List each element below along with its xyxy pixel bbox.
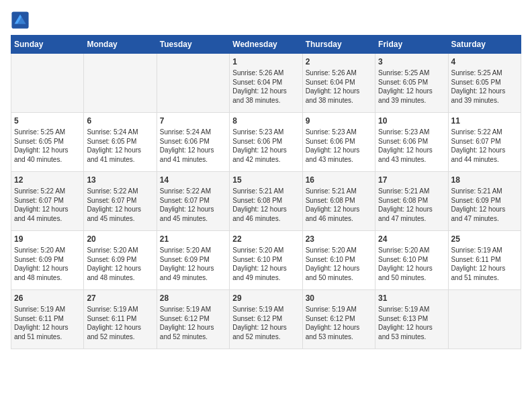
col-header-tuesday: Tuesday [157, 36, 229, 54]
day-number: 30 [306, 293, 372, 304]
logo [11, 11, 32, 30]
day-number: 19 [14, 234, 81, 244]
day-number: 3 [378, 56, 445, 67]
calendar-cell: 14Sunrise: 5:22 AM Sunset: 6:07 PM Dayli… [157, 172, 229, 231]
calendar-cell [157, 54, 229, 113]
logo-icon [11, 11, 30, 30]
day-number: 26 [14, 293, 81, 304]
day-info: Sunrise: 5:23 AM Sunset: 6:06 PM Dayligh… [378, 128, 445, 164]
calendar-cell [84, 54, 157, 113]
calendar-cell: 4Sunrise: 5:25 AM Sunset: 6:05 PM Daylig… [448, 54, 521, 113]
day-info: Sunrise: 5:20 AM Sunset: 6:09 PM Dayligh… [160, 246, 226, 282]
day-number: 13 [87, 175, 153, 185]
day-number: 14 [160, 175, 226, 185]
day-info: Sunrise: 5:20 AM Sunset: 6:10 PM Dayligh… [306, 246, 372, 282]
calendar-cell: 28Sunrise: 5:19 AM Sunset: 6:12 PM Dayli… [157, 290, 229, 349]
day-info: Sunrise: 5:25 AM Sunset: 6:05 PM Dayligh… [14, 128, 81, 164]
day-number: 27 [87, 293, 153, 304]
col-header-wednesday: Wednesday [230, 36, 302, 54]
day-number: 28 [160, 293, 226, 304]
day-info: Sunrise: 5:26 AM Sunset: 6:04 PM Dayligh… [306, 68, 372, 105]
week-row-3: 12Sunrise: 5:22 AM Sunset: 6:07 PM Dayli… [11, 172, 521, 231]
day-info: Sunrise: 5:25 AM Sunset: 6:05 PM Dayligh… [451, 68, 518, 105]
day-info: Sunrise: 5:24 AM Sunset: 6:06 PM Dayligh… [160, 128, 226, 164]
calendar-cell: 9Sunrise: 5:23 AM Sunset: 6:06 PM Daylig… [302, 113, 375, 172]
day-number: 10 [378, 116, 445, 126]
day-number: 20 [87, 234, 153, 244]
calendar-cell: 20Sunrise: 5:20 AM Sunset: 6:09 PM Dayli… [84, 231, 157, 290]
calendar-table: SundayMondayTuesdayWednesdayThursdayFrid… [11, 35, 521, 349]
day-number: 18 [451, 175, 518, 185]
day-number: 6 [87, 116, 153, 126]
day-number: 31 [378, 293, 445, 304]
calendar-cell: 24Sunrise: 5:20 AM Sunset: 6:10 PM Dayli… [375, 231, 448, 290]
calendar-cell: 25Sunrise: 5:19 AM Sunset: 6:11 PM Dayli… [448, 231, 521, 290]
calendar-cell [448, 290, 521, 349]
day-info: Sunrise: 5:21 AM Sunset: 6:08 PM Dayligh… [306, 187, 372, 223]
calendar-cell: 8Sunrise: 5:23 AM Sunset: 6:06 PM Daylig… [230, 113, 302, 172]
day-info: Sunrise: 5:25 AM Sunset: 6:05 PM Dayligh… [378, 68, 445, 105]
day-info: Sunrise: 5:19 AM Sunset: 6:11 PM Dayligh… [87, 305, 153, 341]
day-number: 22 [232, 234, 299, 244]
calendar-cell: 31Sunrise: 5:19 AM Sunset: 6:13 PM Dayli… [375, 290, 448, 349]
day-info: Sunrise: 5:22 AM Sunset: 6:07 PM Dayligh… [14, 187, 81, 223]
day-info: Sunrise: 5:20 AM Sunset: 6:09 PM Dayligh… [14, 246, 81, 282]
day-info: Sunrise: 5:19 AM Sunset: 6:11 PM Dayligh… [451, 246, 518, 282]
day-number: 15 [232, 175, 299, 185]
day-info: Sunrise: 5:21 AM Sunset: 6:08 PM Dayligh… [232, 187, 299, 223]
day-number: 12 [14, 175, 81, 185]
calendar-cell: 12Sunrise: 5:22 AM Sunset: 6:07 PM Dayli… [11, 172, 84, 231]
day-info: Sunrise: 5:20 AM Sunset: 6:10 PM Dayligh… [378, 246, 445, 282]
week-row-5: 26Sunrise: 5:19 AM Sunset: 6:11 PM Dayli… [11, 290, 521, 349]
calendar-cell: 26Sunrise: 5:19 AM Sunset: 6:11 PM Dayli… [11, 290, 84, 349]
page-header [11, 11, 521, 30]
calendar-header: SundayMondayTuesdayWednesdayThursdayFrid… [11, 36, 521, 54]
calendar-cell: 29Sunrise: 5:19 AM Sunset: 6:12 PM Dayli… [230, 290, 302, 349]
day-info: Sunrise: 5:22 AM Sunset: 6:07 PM Dayligh… [87, 187, 153, 223]
day-info: Sunrise: 5:23 AM Sunset: 6:06 PM Dayligh… [306, 128, 372, 164]
day-info: Sunrise: 5:23 AM Sunset: 6:06 PM Dayligh… [232, 128, 299, 164]
calendar-cell: 15Sunrise: 5:21 AM Sunset: 6:08 PM Dayli… [230, 172, 302, 231]
day-info: Sunrise: 5:21 AM Sunset: 6:09 PM Dayligh… [451, 187, 518, 223]
day-info: Sunrise: 5:20 AM Sunset: 6:10 PM Dayligh… [232, 246, 299, 282]
calendar-cell: 13Sunrise: 5:22 AM Sunset: 6:07 PM Dayli… [84, 172, 157, 231]
calendar-cell: 18Sunrise: 5:21 AM Sunset: 6:09 PM Dayli… [448, 172, 521, 231]
day-info: Sunrise: 5:19 AM Sunset: 6:12 PM Dayligh… [306, 305, 372, 341]
day-number: 24 [378, 234, 445, 244]
calendar-cell [11, 54, 84, 113]
calendar-cell: 3Sunrise: 5:25 AM Sunset: 6:05 PM Daylig… [375, 54, 448, 113]
day-number: 17 [378, 175, 445, 185]
week-row-2: 5Sunrise: 5:25 AM Sunset: 6:05 PM Daylig… [11, 113, 521, 172]
day-number: 29 [232, 293, 299, 304]
day-number: 1 [232, 56, 299, 67]
day-info: Sunrise: 5:24 AM Sunset: 6:05 PM Dayligh… [87, 128, 153, 164]
calendar-cell: 30Sunrise: 5:19 AM Sunset: 6:12 PM Dayli… [302, 290, 375, 349]
day-number: 5 [14, 116, 81, 126]
calendar-cell: 11Sunrise: 5:22 AM Sunset: 6:07 PM Dayli… [448, 113, 521, 172]
day-info: Sunrise: 5:19 AM Sunset: 6:11 PM Dayligh… [14, 305, 81, 341]
day-number: 23 [306, 234, 372, 244]
col-header-friday: Friday [375, 36, 448, 54]
calendar-cell: 22Sunrise: 5:20 AM Sunset: 6:10 PM Dayli… [230, 231, 302, 290]
calendar-cell: 10Sunrise: 5:23 AM Sunset: 6:06 PM Dayli… [375, 113, 448, 172]
day-number: 2 [306, 56, 372, 67]
calendar-cell: 19Sunrise: 5:20 AM Sunset: 6:09 PM Dayli… [11, 231, 84, 290]
col-header-thursday: Thursday [302, 36, 375, 54]
day-info: Sunrise: 5:20 AM Sunset: 6:09 PM Dayligh… [87, 246, 153, 282]
calendar-cell: 2Sunrise: 5:26 AM Sunset: 6:04 PM Daylig… [302, 54, 375, 113]
day-number: 4 [451, 56, 518, 67]
calendar-cell: 6Sunrise: 5:24 AM Sunset: 6:05 PM Daylig… [84, 113, 157, 172]
day-info: Sunrise: 5:22 AM Sunset: 6:07 PM Dayligh… [160, 187, 226, 223]
week-row-4: 19Sunrise: 5:20 AM Sunset: 6:09 PM Dayli… [11, 231, 521, 290]
day-info: Sunrise: 5:19 AM Sunset: 6:12 PM Dayligh… [160, 305, 226, 341]
day-number: 7 [160, 116, 226, 126]
col-header-monday: Monday [84, 36, 157, 54]
day-info: Sunrise: 5:19 AM Sunset: 6:12 PM Dayligh… [232, 305, 299, 341]
week-row-1: 1Sunrise: 5:26 AM Sunset: 6:04 PM Daylig… [11, 54, 521, 113]
col-header-saturday: Saturday [448, 36, 521, 54]
day-number: 25 [451, 234, 518, 244]
calendar-cell: 16Sunrise: 5:21 AM Sunset: 6:08 PM Dayli… [302, 172, 375, 231]
calendar-cell: 23Sunrise: 5:20 AM Sunset: 6:10 PM Dayli… [302, 231, 375, 290]
col-header-sunday: Sunday [11, 36, 84, 54]
day-info: Sunrise: 5:21 AM Sunset: 6:08 PM Dayligh… [378, 187, 445, 223]
